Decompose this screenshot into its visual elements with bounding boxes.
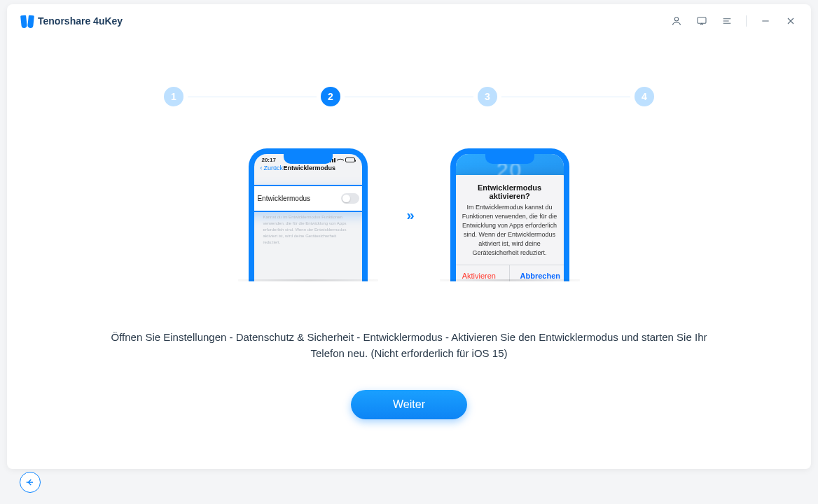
step-4: 4 <box>635 87 654 106</box>
svg-point-0 <box>674 18 678 21</box>
titlebar: Tenorshare 4uKey <box>7 4 811 38</box>
system-alert: Entwicklermodus aktivieren? Im Entwickle… <box>450 175 569 281</box>
dev-mode-toggle-panel: Entwicklermodus <box>249 185 368 212</box>
step-1: 1 <box>164 87 183 106</box>
feedback-icon[interactable] <box>695 15 708 27</box>
battery-icon <box>345 158 355 162</box>
account-icon[interactable] <box>670 15 683 27</box>
phone-nav-title: Entwicklermodus <box>262 164 356 172</box>
content-area: 1 2 3 4 20:17 <box>7 38 811 469</box>
menu-icon[interactable] <box>721 15 733 27</box>
phone-hint-text: Kannst du im Entwicklermodus Funktionen … <box>263 214 354 246</box>
alert-title: Entwicklermodus aktivieren? <box>457 183 562 200</box>
arrow-separator-icon: » <box>406 207 411 223</box>
instruction-text: Öffnen Sie Einstellungen - Datenschutz &… <box>94 329 724 362</box>
phone-time: 20:17 <box>261 157 275 163</box>
app-logo: Tenorshare 4uKey <box>21 15 123 27</box>
minimize-icon[interactable] <box>759 15 772 27</box>
app-window: Tenorshare 4uKey 1 2 3 4 <box>7 4 811 469</box>
wifi-icon <box>337 156 345 164</box>
stepper: 1 2 3 4 <box>164 87 654 106</box>
phone-nav: ‹ Zurück Entwicklermodus <box>254 163 362 174</box>
close-icon[interactable] <box>784 15 797 27</box>
app-title: Tenorshare 4uKey <box>38 15 123 27</box>
toggle-switch-icon <box>341 193 359 204</box>
phone-illustration-alert: 20 Entwicklermodus aktivieren? Im Entwic… <box>440 148 580 281</box>
continue-button[interactable]: Weiter <box>351 390 467 419</box>
step-3: 3 <box>478 87 497 106</box>
alert-text: Im Entwicklermodus kannst du Funktionen … <box>457 203 562 258</box>
phone-illustration-settings: 20:17 ‹ Zurück Entwicklermodus Entwickle… <box>238 148 378 281</box>
step-2: 2 <box>321 87 340 106</box>
illustration-row: 20:17 ‹ Zurück Entwicklermodus Entwickle… <box>238 148 579 281</box>
dev-mode-toggle-label: Entwicklermodus <box>257 195 310 202</box>
back-button[interactable] <box>20 472 41 493</box>
title-actions <box>670 15 797 27</box>
phone-notch <box>284 154 333 164</box>
logo-icon <box>21 15 34 27</box>
phone-notch <box>485 154 534 164</box>
divider <box>746 15 747 27</box>
